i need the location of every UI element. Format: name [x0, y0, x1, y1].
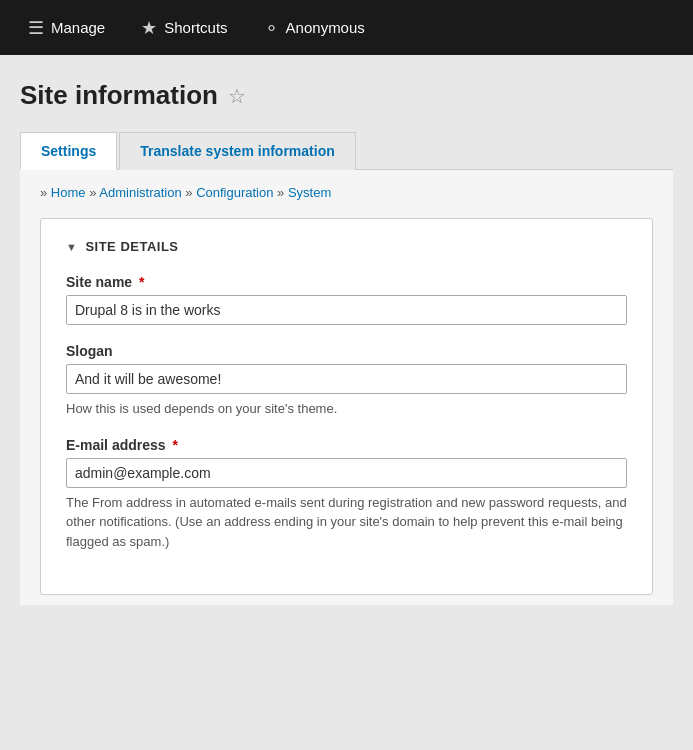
- email-hint: The From address in automated e-mails se…: [66, 493, 627, 552]
- manage-nav-item[interactable]: ☰ Manage: [10, 0, 123, 55]
- anonymous-label: Anonymous: [286, 19, 365, 36]
- breadcrumb-separator-0: »: [40, 185, 51, 200]
- anonymous-nav-item[interactable]: ⚬ Anonymous: [246, 0, 383, 55]
- site-details-box: ▼ SITE DETAILS Site name * Slogan How th…: [40, 218, 653, 595]
- breadcrumb: » Home » Administration » Configuration …: [40, 185, 653, 200]
- slogan-hint: How this is used depends on your site's …: [66, 399, 627, 419]
- user-icon: ⚬: [264, 17, 279, 39]
- collapse-triangle-icon[interactable]: ▼: [66, 241, 77, 253]
- breadcrumb-separator-3: »: [277, 185, 288, 200]
- site-details-title: SITE DETAILS: [85, 239, 178, 254]
- star-filled-icon: ★: [141, 17, 157, 39]
- bookmark-star-icon[interactable]: ☆: [228, 84, 246, 108]
- breadcrumb-system[interactable]: System: [288, 185, 331, 200]
- breadcrumb-home[interactable]: Home: [51, 185, 86, 200]
- content-area: » Home » Administration » Configuration …: [20, 170, 673, 605]
- slogan-input[interactable]: [66, 364, 627, 394]
- email-field-group: E-mail address * The From address in aut…: [66, 437, 627, 552]
- navbar: ☰ Manage ★ Shortcuts ⚬ Anonymous: [0, 0, 693, 55]
- breadcrumb-administration[interactable]: Administration: [99, 185, 181, 200]
- tab-settings[interactable]: Settings: [20, 132, 117, 170]
- breadcrumb-configuration[interactable]: Configuration: [196, 185, 273, 200]
- site-name-field-group: Site name *: [66, 274, 627, 325]
- page-title-area: Site information ☆: [20, 80, 673, 111]
- slogan-label: Slogan: [66, 343, 627, 359]
- tab-translate-system-information[interactable]: Translate system information: [119, 132, 356, 170]
- slogan-field-group: Slogan How this is used depends on your …: [66, 343, 627, 419]
- email-input[interactable]: [66, 458, 627, 488]
- email-label: E-mail address *: [66, 437, 627, 453]
- site-name-label: Site name *: [66, 274, 627, 290]
- hamburger-icon: ☰: [28, 17, 44, 39]
- site-name-input[interactable]: [66, 295, 627, 325]
- manage-label: Manage: [51, 19, 105, 36]
- site-name-required: *: [139, 274, 144, 290]
- page-title: Site information: [20, 80, 218, 111]
- shortcuts-nav-item[interactable]: ★ Shortcuts: [123, 0, 245, 55]
- tabs: Settings Translate system information: [20, 131, 673, 170]
- main-content: Site information ☆ Settings Translate sy…: [0, 55, 693, 625]
- breadcrumb-separator-2: »: [185, 185, 196, 200]
- site-details-header: ▼ SITE DETAILS: [66, 239, 627, 254]
- email-required: *: [173, 437, 178, 453]
- shortcuts-label: Shortcuts: [164, 19, 227, 36]
- breadcrumb-separator-1: »: [89, 185, 99, 200]
